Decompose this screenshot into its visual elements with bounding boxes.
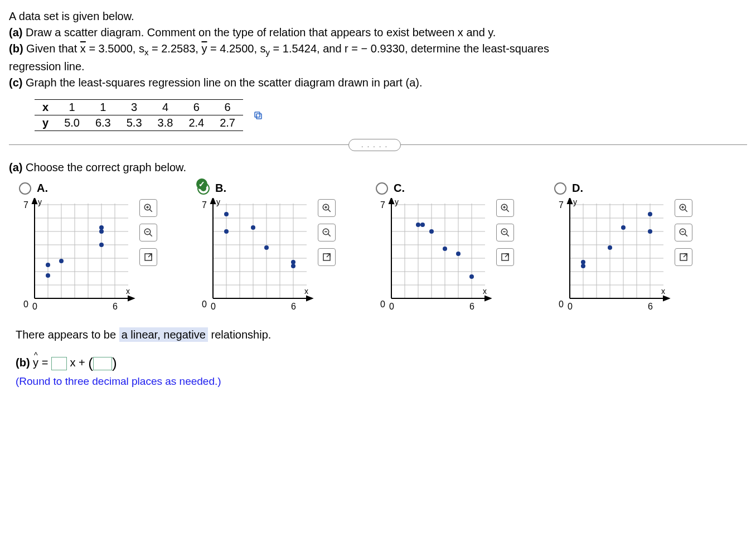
svg-text:0: 0 [389, 302, 394, 311]
svg-point-147 [581, 264, 585, 268]
slope-input[interactable] [51, 357, 67, 370]
svg-rect-1 [255, 112, 260, 117]
svg-point-27 [46, 273, 50, 278]
copy-icon[interactable] [253, 110, 263, 120]
svg-line-154 [685, 209, 687, 212]
svg-line-41 [148, 254, 152, 257]
table-row: y 5.0 6.3 5.3 3.8 2.4 2.7 [35, 115, 243, 131]
scatter-c: y x 7 0 0 6 [376, 198, 493, 315]
zoom-out-icon[interactable] [675, 224, 692, 241]
svg-text:7: 7 [23, 200, 28, 210]
y-cell: 3.8 [150, 115, 181, 131]
svg-text:y: y [38, 198, 42, 206]
y-hat: y [33, 356, 38, 369]
expand-icon[interactable] [139, 248, 157, 266]
scatter-d: y x 7 0 0 6 [554, 198, 671, 315]
svg-text:y: y [573, 198, 577, 206]
expand-icon[interactable] [318, 248, 336, 266]
svg-point-31 [99, 229, 104, 234]
y-header: y [35, 115, 56, 131]
after-sy: = 1.5424, and r = − 0.9330, determine th… [270, 42, 549, 55]
svg-rect-0 [256, 114, 261, 119]
option-a[interactable]: A. y x 7 0 [19, 182, 192, 315]
radio-a[interactable] [19, 182, 31, 195]
section-divider: . . . . . [9, 139, 747, 150]
zoom-out-icon[interactable] [139, 224, 157, 241]
sentence-post: relationship. [208, 328, 271, 341]
svg-text:0: 0 [32, 302, 37, 311]
svg-point-109 [429, 229, 434, 234]
svg-text:0: 0 [559, 299, 564, 309]
sy-sub: y [266, 47, 270, 57]
option-d[interactable]: D. y x 7 0 [554, 182, 727, 315]
y-cell: 2.4 [181, 115, 212, 131]
intercept-input[interactable] [93, 357, 112, 370]
svg-point-68 [224, 212, 229, 216]
relationship-sentence: There appears to be a linear, negative r… [9, 328, 747, 341]
data-table: x 1 1 3 4 6 6 y 5.0 6.3 5.3 3.8 2.4 2.7 [35, 99, 243, 131]
option-b[interactable]: ✓ B. y x [197, 182, 370, 315]
zoom-out-icon[interactable] [496, 224, 514, 241]
sentence-highlight[interactable]: a linear, negative [119, 327, 208, 342]
expand-icon[interactable] [496, 248, 514, 266]
zoom-in-icon[interactable] [675, 199, 692, 217]
svg-text:7: 7 [202, 200, 207, 210]
svg-line-78 [328, 234, 331, 236]
option-c[interactable]: C. y x 7 0 [376, 182, 549, 315]
check-icon: ✓ [196, 178, 207, 190]
x-cell: 6 [212, 100, 243, 115]
svg-point-150 [621, 225, 626, 230]
svg-line-34 [149, 209, 152, 212]
svg-text:x: x [126, 287, 130, 296]
y-cell: 6.3 [88, 115, 119, 131]
svg-text:6: 6 [648, 302, 653, 311]
x-header: x [35, 100, 56, 115]
y-cell: 5.3 [119, 115, 150, 131]
intro-text: A data set is given below. [9, 10, 747, 23]
divider-toggle[interactable]: . . . . . [348, 139, 401, 151]
question-a: (a) Choose the correct graph below. [9, 161, 747, 174]
y-cell: 5.0 [56, 115, 88, 131]
zoom-in-icon[interactable] [318, 199, 336, 217]
x-cell: 3 [119, 100, 150, 115]
svg-marker-20 [128, 296, 134, 301]
mid-text: x + [70, 356, 88, 369]
part-b-label: (b) [9, 42, 23, 55]
svg-text:6: 6 [469, 302, 474, 311]
svg-line-81 [327, 254, 330, 257]
expand-icon[interactable] [675, 248, 692, 266]
svg-text:0: 0 [211, 302, 216, 311]
option-c-label: C. [394, 182, 405, 195]
svg-marker-19 [32, 198, 37, 204]
svg-marker-99 [389, 198, 394, 204]
part-a-label: (a) [9, 26, 22, 38]
svg-point-151 [648, 229, 652, 234]
zoom-out-icon[interactable] [318, 224, 336, 241]
part-b-line1: (b) Given that x = 3.5000, sx = 2.2583, … [9, 42, 747, 57]
part-b-eq-label: (b) [16, 356, 33, 369]
svg-marker-60 [307, 296, 312, 301]
svg-point-69 [251, 225, 255, 230]
svg-text:y: y [395, 198, 399, 206]
svg-line-158 [685, 234, 687, 236]
svg-point-30 [99, 243, 104, 247]
svg-point-70 [264, 245, 269, 250]
part-c-line: (c) Graph the least-squares regression l… [9, 76, 747, 89]
part-a-line: (a) Draw a scatter diagram. Comment on t… [9, 26, 747, 39]
svg-point-112 [469, 274, 474, 279]
part-c-text: Graph the least-squares regression line … [22, 76, 422, 89]
svg-text:0: 0 [23, 299, 28, 309]
svg-marker-139 [568, 198, 572, 204]
x-cell: 1 [56, 100, 88, 115]
x-cell: 1 [88, 100, 119, 115]
after-sx: = 2.2583, [148, 42, 201, 55]
ybar: y [201, 42, 207, 55]
xbar: x [80, 42, 86, 55]
svg-text:0: 0 [202, 299, 207, 309]
svg-line-74 [328, 209, 331, 212]
radio-d[interactable] [554, 182, 566, 195]
scatter-a: y x 7 0 0 6 [19, 198, 136, 315]
zoom-in-icon[interactable] [496, 199, 514, 217]
radio-c[interactable] [376, 182, 388, 195]
zoom-in-icon[interactable] [139, 199, 157, 217]
